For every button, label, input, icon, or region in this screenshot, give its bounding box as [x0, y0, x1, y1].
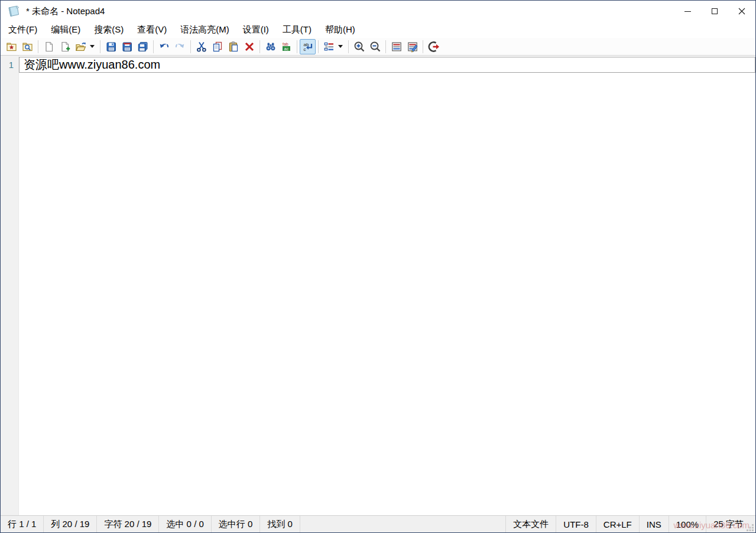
status-spacer [300, 516, 506, 532]
status-column[interactable]: 列 20 / 19 [44, 516, 97, 532]
copy-button[interactable] [209, 39, 225, 54]
word-wrap-toggle[interactable]: ab c [300, 39, 316, 54]
caret-line[interactable]: 资源吧www.ziyuan86.com [19, 57, 755, 73]
editor-area[interactable]: 1 资源吧www.ziyuan86.com [1, 56, 755, 515]
syntax-scheme-icon [323, 41, 335, 53]
find-binoculars-icon [265, 41, 277, 53]
toolbar-separator [423, 40, 423, 53]
zoom-in-icon [353, 40, 366, 53]
toolbar: fab ac ab c [1, 38, 755, 56]
window-title: * 未命名 - Notepad4 [26, 6, 105, 17]
maximize-button[interactable] [701, 1, 728, 22]
svg-text:fab: fab [283, 41, 288, 46]
word-wrap-icon: ab c [302, 41, 314, 53]
zoom-in-button[interactable] [351, 39, 367, 54]
status-find-count[interactable]: 找到 0 [260, 516, 300, 532]
save-all-button[interactable] [135, 39, 151, 54]
scheme-dropdown-caret-icon[interactable] [338, 45, 343, 48]
delete-button[interactable] [241, 39, 257, 54]
close-button[interactable] [728, 1, 755, 22]
menu-settings[interactable]: 设置(I) [237, 23, 275, 37]
save-as-button[interactable] [119, 39, 135, 54]
open-file-button[interactable] [73, 39, 89, 54]
status-insert-mode[interactable]: INS [640, 516, 669, 532]
save-icon [105, 41, 117, 53]
menu-view[interactable]: 查看(V) [131, 23, 173, 37]
minimize-button[interactable] [674, 1, 701, 22]
browse-folder-icon [21, 41, 34, 53]
redo-button[interactable] [172, 39, 188, 54]
status-zoom-level[interactable]: 100% [669, 516, 706, 532]
new-file-button[interactable] [41, 39, 57, 54]
paste-clipboard-icon [228, 41, 239, 53]
save-button[interactable] [103, 39, 119, 54]
notepad4-window: * 未命名 - Notepad4 文件(F) 编辑(E) 搜索(S) 查看(V)… [0, 0, 756, 533]
undo-button[interactable] [156, 39, 172, 54]
toolbar-separator [153, 40, 154, 53]
status-selected-lines[interactable]: 选中行 0 [212, 516, 261, 532]
minimize-icon [684, 11, 691, 12]
close-icon [738, 8, 745, 15]
favorites-folder-icon [5, 41, 18, 53]
toolbar-separator [297, 40, 297, 53]
menu-tools[interactable]: 工具(T) [277, 23, 317, 37]
new-file-template-button[interactable] [57, 39, 73, 54]
menu-syntax-scheme[interactable]: 语法高亮(M) [174, 23, 235, 37]
paste-button[interactable] [225, 39, 241, 54]
cut-scissors-icon [196, 41, 207, 53]
resize-grip-icon[interactable] [747, 524, 754, 531]
save-as-icon [121, 41, 133, 53]
cut-button[interactable] [193, 39, 209, 54]
scheme-edit-pencil-icon [407, 41, 418, 53]
exit-icon [427, 40, 440, 53]
svg-text:ac: ac [284, 46, 288, 50]
toolbar-separator [318, 40, 319, 53]
toolbar-separator [259, 40, 260, 53]
scheme-list-button[interactable] [388, 39, 404, 54]
scheme-list-icon [391, 41, 403, 53]
line-number-margin: 1 [1, 56, 19, 515]
favorites-button[interactable] [4, 39, 20, 54]
menu-help[interactable]: 帮助(H) [319, 23, 361, 37]
line-number: 1 [1, 57, 18, 73]
text-content[interactable]: 资源吧www.ziyuan86.com [19, 56, 755, 515]
open-folder-icon [74, 41, 87, 53]
zoom-out-icon [369, 40, 382, 53]
syntax-scheme-button[interactable] [321, 39, 337, 54]
new-file-icon [43, 41, 55, 53]
replace-button[interactable]: fab ac [278, 39, 294, 54]
delete-x-icon [244, 41, 255, 53]
toolbar-separator [348, 40, 349, 53]
new-file-plus-icon [59, 41, 71, 53]
open-dropdown-caret-icon[interactable] [90, 45, 95, 48]
status-encoding[interactable]: UTF-8 [556, 516, 596, 532]
menu-search[interactable]: 搜索(S) [88, 23, 129, 37]
menu-edit[interactable]: 编辑(E) [45, 23, 86, 37]
toolbar-separator [100, 40, 100, 53]
svg-text:c: c [303, 47, 306, 52]
save-all-icon [137, 41, 149, 53]
undo-icon [158, 41, 170, 53]
menu-file[interactable]: 文件(F) [2, 23, 43, 37]
maximize-icon [712, 8, 718, 14]
replace-icon: fab ac [281, 41, 293, 53]
status-line[interactable]: 行 1 / 1 [1, 516, 44, 532]
status-bar: 行 1 / 1 列 20 / 19 字符 20 / 19 选中 0 / 0 选中… [1, 515, 755, 532]
toolbar-separator [385, 40, 386, 53]
copy-icon [212, 41, 223, 53]
zoom-out-button[interactable] [367, 39, 383, 54]
notepad4-app-icon [7, 5, 21, 18]
window-controls [674, 1, 755, 22]
scheme-edit-button[interactable] [404, 39, 420, 54]
status-line-ending[interactable]: CR+LF [596, 516, 640, 532]
status-file-type[interactable]: 文本文件 [506, 516, 556, 532]
line-text: 资源吧www.ziyuan86.com [24, 57, 160, 73]
browse-files-button[interactable] [20, 39, 35, 54]
title-bar: * 未命名 - Notepad4 [1, 1, 755, 22]
toolbar-separator [38, 40, 38, 53]
exit-button[interactable] [426, 39, 442, 54]
redo-icon [174, 41, 186, 53]
status-selection[interactable]: 选中 0 / 0 [159, 516, 211, 532]
status-character[interactable]: 字符 20 / 19 [97, 516, 159, 532]
find-button[interactable] [262, 39, 278, 54]
